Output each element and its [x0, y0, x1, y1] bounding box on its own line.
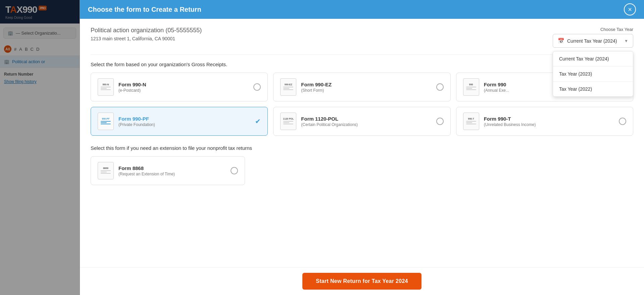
form-name-990pf: Form 990-PF — [118, 116, 155, 122]
form-subtitle-990n: (e-Postcard) — [118, 88, 146, 93]
dropdown-option-3[interactable]: Tax Year (2022) — [553, 82, 633, 96]
form-card-990n[interactable]: 990-N Form 990-N (e-Postcard) — [91, 73, 268, 101]
radio-990t[interactable] — [619, 118, 626, 125]
form-card-left-8868: 8868 Form 8868 (Request an Extension of … — [98, 162, 175, 179]
choose-tax-year-label: Choose Tax Year — [600, 27, 633, 32]
modal-title: Choose the form to Create a Return — [88, 6, 201, 13]
form-name-990: Form 990 — [484, 82, 509, 87]
form-name-990t: Form 990-T — [484, 116, 536, 122]
tax-year-selected-text: Current Tax Year (2024) — [567, 38, 617, 44]
radio-990ez[interactable] — [436, 83, 444, 91]
tax-year-section: Choose Tax Year 📅 Current Tax Year (2024… — [553, 27, 633, 48]
form-subtitle-8868: (Request an Extension of Time) — [118, 172, 175, 176]
org-address: 1213 main street 1, California, CA 90001 — [91, 36, 202, 41]
form-subtitle-990pf: (Private Foundation) — [118, 122, 155, 127]
form-name-990ez: Form 990-EZ — [301, 82, 332, 87]
form-icon-990ez: 990-EZ — [280, 78, 296, 96]
form-card-990t[interactable]: 990-T Form 990-T (Unrelated Business Inc… — [456, 107, 633, 136]
modal-footer: Start New Return for Tax Year 2024 — [80, 267, 644, 295]
form-info-990t: Form 990-T (Unrelated Business Income) — [484, 116, 536, 127]
form-icon-990: 990 — [463, 78, 479, 96]
form-info-990ez: Form 990-EZ (Short Form) — [301, 82, 332, 93]
chevron-down-icon: ▼ — [624, 39, 628, 43]
create-return-modal: Choose the form to Create a Return × Pol… — [80, 0, 644, 295]
form-card-left-990t: 990-T Form 990-T (Unrelated Business Inc… — [463, 113, 536, 130]
form-card-990pf[interactable]: 990-PF Form 990-PF (Private Foundation) … — [91, 107, 268, 136]
start-new-return-button[interactable]: Start New Return for Tax Year 2024 — [302, 273, 422, 290]
section-divider — [91, 54, 633, 55]
form-info-8868: Form 8868 (Request an Extension of Time) — [118, 165, 175, 176]
tax-year-dropdown[interactable]: 📅 Current Tax Year (2024) ▼ — [553, 34, 633, 48]
form-subtitle-1120pol: (Certain Political Organizations) — [301, 122, 358, 127]
form-card-1120pol[interactable]: 1120 POL Form 1120-POL (Certain Politica… — [273, 107, 450, 136]
tax-year-dropdown-left: 📅 Current Tax Year (2024) — [558, 38, 617, 44]
org-name-text: Political action organization — [91, 27, 164, 34]
form-card-left-1120pol: 1120 POL Form 1120-POL (Certain Politica… — [280, 113, 358, 130]
form-info-1120pol: Form 1120-POL (Certain Political Organiz… — [301, 116, 358, 127]
form-name-8868: Form 8868 — [118, 165, 175, 171]
radio-990n[interactable] — [253, 83, 261, 91]
form-icon-1120pol: 1120 POL — [280, 113, 296, 130]
form-icon-990t: 990-T — [463, 113, 479, 130]
form-card-left-990pf: 990-PF Form 990-PF (Private Foundation) — [98, 113, 155, 130]
modal-body: Political action organization (05-555555… — [80, 19, 644, 267]
extension-section: Select this form if you need an extensio… — [91, 145, 633, 185]
form-card-left-990ez: 990-EZ Form 990-EZ (Short Form) — [280, 78, 332, 96]
close-icon: × — [628, 6, 632, 13]
radio-1120pol[interactable] — [436, 118, 444, 125]
form-name-990n: Form 990-N — [118, 82, 146, 87]
form-name-1120pol: Form 1120-POL — [301, 116, 358, 122]
form-card-left-990: 990 Form 990 (Annual Exe... — [463, 78, 509, 96]
dropdown-option-1[interactable]: Current Tax Year (2024) — [553, 51, 633, 67]
org-header: Political action organization (05-555555… — [91, 27, 633, 48]
modal-header: Choose the form to Create a Return × — [80, 0, 644, 19]
org-info: Political action organization (05-555555… — [91, 27, 202, 41]
form-subtitle-990ez: (Short Form) — [301, 88, 332, 93]
form-info-990: Form 990 (Annual Exe... — [484, 82, 509, 93]
dropdown-option-2[interactable]: Tax Year (2023) — [553, 67, 633, 82]
form-info-990n: Form 990-N (e-Postcard) — [118, 82, 146, 93]
form-card-8868[interactable]: 8868 Form 8868 (Request an Extension of … — [91, 156, 245, 185]
form-card-990ez[interactable]: 990-EZ Form 990-EZ (Short Form) — [273, 73, 450, 101]
forms-grid: 990-N Form 990-N (e-Postcard) — [91, 73, 633, 136]
org-name: Political action organization (05-555555… — [91, 27, 202, 34]
gross-receipts-label: Select the form based on your organizati… — [91, 61, 633, 67]
extension-label: Select this form if you need an extensio… — [91, 145, 633, 151]
form-card-left-990n: 990-N Form 990-N (e-Postcard) — [98, 78, 146, 96]
radio-8868[interactable] — [231, 167, 238, 174]
tax-year-dropdown-menu: Current Tax Year (2024) Tax Year (2023) … — [553, 51, 633, 97]
form-icon-8868: 8868 — [98, 162, 114, 179]
form-icon-990n: 990-N — [98, 78, 114, 96]
form-info-990pf: Form 990-PF (Private Foundation) — [118, 116, 155, 127]
org-ein: (05-5555555) — [165, 27, 202, 34]
checkmark-icon-990pf: ✔ — [255, 117, 261, 125]
form-icon-990pf: 990-PF — [98, 113, 114, 130]
calendar-icon: 📅 — [558, 38, 564, 44]
form-subtitle-990: (Annual Exe... — [484, 88, 509, 93]
close-button[interactable]: × — [624, 3, 636, 15]
form-subtitle-990t: (Unrelated Business Income) — [484, 122, 536, 127]
